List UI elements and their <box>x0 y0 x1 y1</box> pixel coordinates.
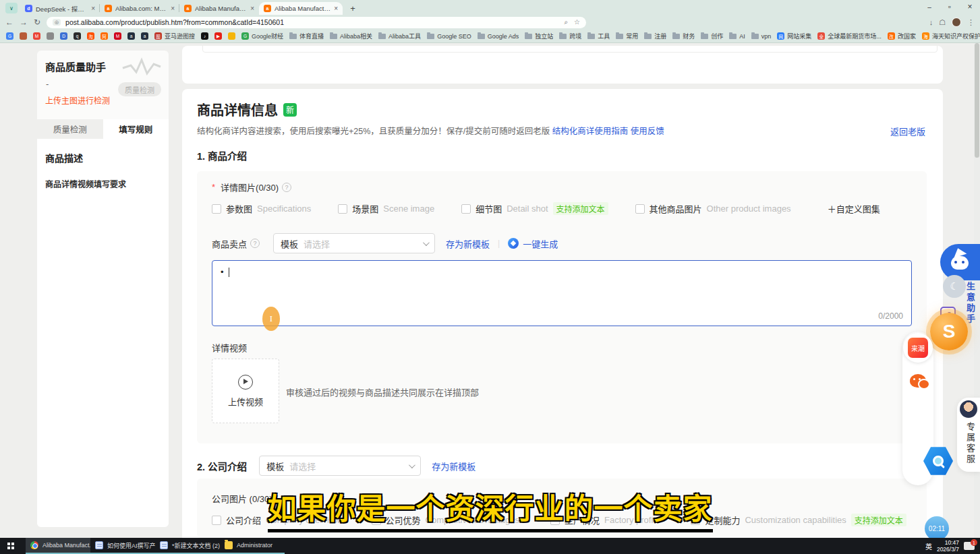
bookmark-item[interactable]: Alibaba相关 <box>330 32 372 40</box>
checkbox-icon[interactable] <box>461 204 471 214</box>
one-click-generate-link[interactable]: 一键生成 <box>523 237 558 250</box>
taskbar-app-notepad-2[interactable]: *新建文本文档 (2).t... <box>155 538 220 554</box>
help-icon[interactable] <box>282 183 291 192</box>
bookmark-item[interactable]: ▶ <box>214 32 222 40</box>
extension-icon[interactable] <box>724 18 732 26</box>
bookmark-item[interactable]: M <box>114 32 121 40</box>
bookmark-item[interactable]: Google SEO <box>427 33 471 40</box>
tab-deepseek[interactable]: d DeepSeek - 探索未至之境 <box>20 2 100 15</box>
notification-icon[interactable]: 1 <box>964 542 975 550</box>
company-template-select[interactable]: 模板 请选择 <box>259 456 421 476</box>
tab-close-icon[interactable] <box>334 5 338 12</box>
bookmark-item[interactable]: D <box>60 32 67 40</box>
taskbar-clock[interactable]: 10:47 2026/3/7 <box>937 539 959 553</box>
chrome-menu-icon[interactable] <box>967 18 975 27</box>
tray-icon[interactable] <box>877 543 884 550</box>
bookmark-item[interactable]: 创作 <box>701 32 723 40</box>
tray-icon[interactable] <box>853 543 860 550</box>
bookmark-item[interactable]: 改 改国家 <box>888 32 916 40</box>
tab-close-icon[interactable] <box>250 5 254 12</box>
bookmark-item[interactable] <box>47 32 54 40</box>
bookmark-item[interactable]: vpn <box>751 33 772 40</box>
tray-icon[interactable] <box>792 543 799 550</box>
tray-icon[interactable] <box>828 543 836 550</box>
bookmark-item[interactable]: 淘 <box>87 32 94 40</box>
image-type-checkbox[interactable]: 参数图 Specifications <box>212 202 311 215</box>
tray-icon[interactable] <box>768 543 775 550</box>
minimize-button[interactable] <box>919 0 940 13</box>
maximize-button[interactable] <box>940 0 960 13</box>
extension-icon[interactable] <box>660 18 668 26</box>
extension-icon[interactable] <box>699 18 707 26</box>
scrollbar-thumb[interactable] <box>975 43 979 158</box>
bookmark-item[interactable]: 全 全球最新期货市场... <box>817 32 882 40</box>
save-as-template-link[interactable]: 存为新模板 <box>432 460 475 472</box>
bookmark-item[interactable]: a <box>141 32 148 40</box>
extension-icon[interactable] <box>596 18 604 26</box>
selling-point-editor[interactable]: • 0/2000 <box>212 260 912 326</box>
taskbar-app-folder[interactable]: Administrator <box>220 538 285 554</box>
tab-alibaba-1[interactable]: a Alibaba.com: Manufacturers... <box>100 2 179 15</box>
checkbox-icon[interactable] <box>212 204 221 214</box>
checkbox-icon[interactable] <box>635 204 645 214</box>
upload-main-image-link[interactable]: 上传主图进行检测 <box>45 94 110 106</box>
bookmark-item[interactable]: 常用 <box>616 32 638 40</box>
tab-alibaba-active[interactable]: a Alibaba Manufacturer Direct... <box>259 2 343 15</box>
template-select[interactable]: 模板 请选择 <box>273 233 435 253</box>
extension-icon[interactable] <box>635 18 643 26</box>
extension-icon[interactable] <box>712 18 720 26</box>
help-icon[interactable] <box>250 239 260 248</box>
bookmark-item[interactable]: 工具 <box>587 32 610 40</box>
image-type-checkbox[interactable]: 细节图 Detail shot 支持添加文本 <box>461 202 608 215</box>
bookmark-item[interactable]: 独立站 <box>525 32 553 40</box>
back-to-old-version-link[interactable]: 返回老版 <box>890 125 925 137</box>
bookmark-item[interactable]: G Google财经 <box>241 32 283 40</box>
ime-indicator[interactable]: 英 <box>925 541 932 551</box>
tray-icon[interactable] <box>804 543 811 550</box>
tray-icon[interactable] <box>865 543 872 550</box>
feedback-link[interactable]: 使用反馈 <box>631 127 664 136</box>
start-button[interactable] <box>0 538 26 554</box>
wechat-icon[interactable] <box>903 366 933 396</box>
bookmark-item[interactable] <box>20 32 27 40</box>
extension-icon[interactable] <box>737 18 745 26</box>
save-as-template-link[interactable]: 存为新模板 <box>446 237 490 250</box>
tray-icon[interactable] <box>889 543 896 550</box>
extension-icon[interactable] <box>647 18 656 26</box>
tab-quality-check[interactable]: 质量检测 <box>37 119 103 139</box>
checkbox-icon[interactable] <box>212 516 221 525</box>
bookmark-item[interactable]: 跨境 <box>559 32 581 40</box>
tray-icon[interactable] <box>816 543 824 550</box>
extension-icon[interactable] <box>750 18 758 26</box>
reload-icon[interactable] <box>34 18 40 26</box>
tray-icon[interactable] <box>755 543 763 550</box>
bookmark-item[interactable]: 图 亚马逊图搜 <box>154 32 195 40</box>
bookmark-item[interactable]: 体育直播 <box>289 32 324 40</box>
bookmark-item[interactable]: G <box>6 32 13 40</box>
site-info-icon[interactable] <box>53 19 61 26</box>
bookmark-item[interactable]: AI <box>729 33 745 40</box>
bookmark-item[interactable]: M <box>33 32 40 40</box>
company-type-checkbox[interactable]: 定制能力 Customization capabilities 支持添加文本 <box>691 514 906 526</box>
customer-service-pill[interactable]: 专属客服 <box>957 398 980 472</box>
bookmark-item[interactable] <box>228 32 235 40</box>
structured-guide-link[interactable]: 结构化商详使用指南 <box>552 127 629 136</box>
image-type-checkbox[interactable]: 场景图 Scene image <box>338 202 434 215</box>
zoom-icon[interactable] <box>564 18 568 26</box>
bookmark-item[interactable]: 注册 <box>644 32 666 40</box>
new-tab-button[interactable] <box>347 2 359 14</box>
bookmark-item[interactable]: 阿 <box>100 32 108 40</box>
upload-video-button[interactable]: 上传视频 <box>212 359 279 423</box>
laichao-app-icon[interactable]: 来潮 <box>903 333 933 363</box>
extension-icon[interactable] <box>686 18 694 26</box>
checkbox-icon[interactable] <box>338 204 347 214</box>
bookmark-item[interactable]: q <box>74 32 81 40</box>
bookmark-item[interactable]: Alibaba工具 <box>378 32 421 40</box>
close-button[interactable] <box>960 0 980 13</box>
tray-icon[interactable] <box>913 543 921 550</box>
tray-icon[interactable] <box>901 543 909 550</box>
skype-icon[interactable]: S <box>930 313 968 350</box>
extension-icon[interactable] <box>763 18 771 26</box>
extension-icon[interactable] <box>622 18 630 26</box>
bookmark-item[interactable]: 财务 <box>672 32 695 40</box>
